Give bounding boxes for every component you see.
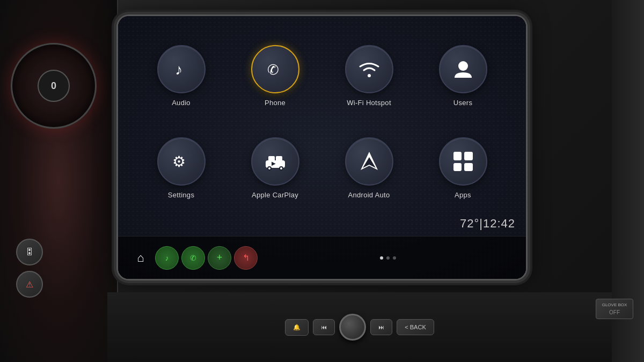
app-label-carplay: Apple CarPlay (252, 191, 298, 199)
temp-time-display: 72°|12:42 (460, 217, 515, 230)
app-icon-users[interactable] (439, 45, 487, 93)
svg-text:▶: ▶ (272, 160, 276, 166)
car-interior: 0 ⚠ 🎛 ♪ Audio (0, 0, 644, 362)
physical-controls: 🔔 ⏮ ⏭ < BACK (107, 292, 612, 362)
app-item-apps[interactable]: Apps (421, 128, 504, 210)
user-icon (452, 58, 474, 80)
audio-mini-icon: ♪ (165, 254, 169, 262)
page-dot-1 (380, 256, 383, 260)
steering-button[interactable]: 🎛 (16, 239, 43, 265)
wifi-icon (357, 60, 381, 79)
app-grid-square-3 (453, 163, 462, 172)
carplay-icon: ▶ (264, 151, 287, 172)
apps-grid-icon (453, 152, 473, 171)
svg-text:⚙: ⚙ (172, 153, 186, 170)
phone-quick-button[interactable]: ✆ (181, 246, 205, 270)
back-label: < BACK (405, 324, 426, 330)
bottom-bar: ⌂ ♪ ✆ + ↰ (118, 236, 526, 279)
gauge-area: 0 (11, 43, 107, 139)
app-icon-wifi[interactable] (345, 45, 393, 93)
svg-point-3 (458, 61, 468, 71)
hazard-button[interactable]: ⚠ (16, 271, 43, 298)
power-knob[interactable] (339, 314, 366, 341)
app-label-users: Users (453, 99, 472, 107)
app-icon-apps[interactable] (439, 137, 487, 186)
home-icon: ⌂ (137, 251, 144, 265)
glove-box-label: GLOVE BOX (602, 302, 627, 307)
app-label-settings: Settings (168, 191, 194, 199)
add-button[interactable]: + (208, 246, 231, 270)
svg-point-11 (280, 167, 282, 169)
page-dots (260, 256, 515, 260)
svg-text:✆: ✆ (267, 62, 279, 78)
app-grid-square-4 (464, 163, 473, 172)
steering-icon: 🎛 (25, 247, 34, 257)
navigation-icon (357, 150, 381, 173)
app-grid-square-1 (453, 152, 462, 160)
skip-back-icon: ⏮ (321, 324, 327, 330)
svg-point-9 (268, 167, 270, 169)
app-label-phone: Phone (265, 99, 286, 107)
app-item-audio[interactable]: ♪ Audio (140, 35, 223, 117)
app-item-wifi[interactable]: Wi-Fi Hotspot (327, 35, 411, 117)
app-label-android-auto: Android Auto (348, 191, 390, 199)
nav-quick-button[interactable]: ↰ (234, 246, 258, 270)
infotainment-screen-container: ♪ Audio ✆ Phone (118, 16, 526, 279)
back-button[interactable]: < BACK (397, 319, 434, 335)
app-item-settings[interactable]: ⚙ Settings (140, 128, 223, 210)
dashboard-left: 0 ⚠ 🎛 (0, 0, 118, 362)
phone-mini-icon: ✆ (190, 254, 196, 262)
app-item-users[interactable]: Users (421, 35, 504, 117)
app-icon-carplay[interactable]: ▶ (251, 137, 299, 186)
music-note-icon: ♪ (171, 58, 192, 80)
glove-box-button[interactable]: GLOVE BOX OFF (596, 299, 633, 319)
bell-icon: 🔔 (293, 324, 301, 331)
app-label-wifi: Wi-Fi Hotspot (347, 99, 391, 107)
app-icon-phone[interactable]: ✆ (251, 45, 299, 93)
gear-icon: ⚙ (171, 151, 192, 172)
app-icon-audio[interactable]: ♪ (157, 45, 206, 93)
app-item-phone[interactable]: ✆ Phone (233, 35, 317, 117)
nav-mini-icon: ↰ (243, 253, 250, 263)
app-icon-android-auto[interactable] (345, 137, 393, 186)
app-grid-square-2 (464, 152, 473, 160)
skip-back-button[interactable]: ⏮ (313, 319, 335, 335)
hazard-icon: ⚠ (26, 279, 33, 290)
glove-box-off: OFF (602, 309, 627, 315)
gauge-center-display: 0 (38, 70, 70, 102)
app-label-audio: Audio (172, 99, 191, 107)
svg-point-2 (368, 74, 371, 77)
speedometer: 0 (11, 43, 97, 129)
app-item-android-auto[interactable]: Android Auto (327, 128, 411, 210)
bell-button[interactable]: 🔔 (285, 319, 309, 336)
audio-quick-button[interactable]: ♪ (155, 246, 179, 270)
page-dot-3 (393, 256, 396, 260)
skip-fwd-button[interactable]: ⏭ (370, 319, 392, 335)
page-dot-2 (386, 256, 390, 260)
app-label-apps: Apps (455, 191, 471, 199)
home-button[interactable]: ⌂ (129, 246, 152, 270)
status-bar: 72°|12:42 (460, 217, 515, 231)
svg-text:♪: ♪ (175, 61, 182, 78)
plus-icon: + (217, 252, 223, 263)
app-grid: ♪ Audio ✆ Phone (118, 16, 526, 220)
svg-rect-7 (276, 156, 282, 161)
phone-icon: ✆ (265, 58, 286, 80)
app-item-carplay[interactable]: ▶ Apple CarPlay (233, 128, 317, 210)
infotainment-screen: ♪ Audio ✆ Phone (118, 16, 526, 279)
skip-fwd-icon: ⏭ (378, 324, 384, 330)
app-icon-settings[interactable]: ⚙ (157, 137, 206, 186)
